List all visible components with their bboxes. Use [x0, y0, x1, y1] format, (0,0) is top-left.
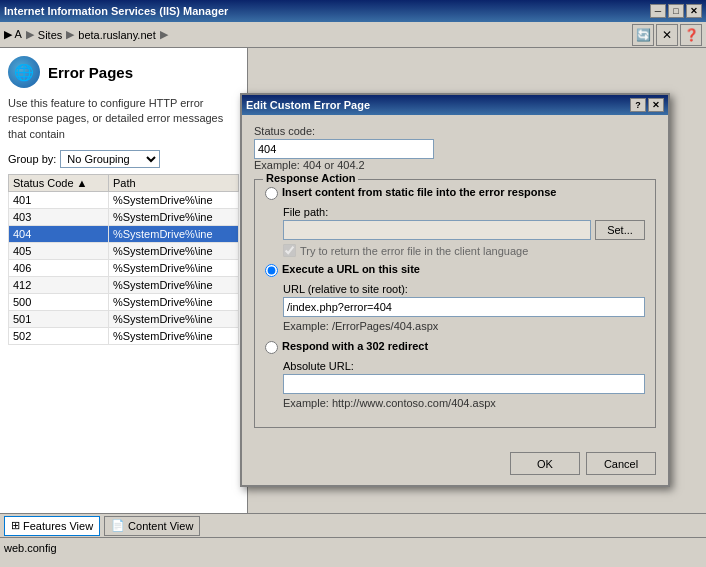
status-code-example: Example: 404 or 404.2 — [254, 159, 656, 171]
url-fields: URL (relative to site root): Example: /E… — [265, 283, 645, 332]
features-view-label: Features View — [23, 520, 93, 532]
stop-icon[interactable]: ✕ — [656, 24, 678, 46]
url-example: Example: /ErrorPages/404.aspx — [283, 320, 645, 332]
address-icons: 🔄 ✕ ❓ — [632, 24, 702, 46]
main-content: 🌐 Error Pages Use this feature to config… — [0, 48, 706, 513]
dialog[interactable]: Edit Custom Error Page ? ✕ Status code: … — [240, 93, 670, 487]
content-view-icon: 📄 — [111, 519, 125, 532]
absolute-url-label: Absolute URL: — [283, 360, 645, 372]
col-status-code[interactable]: Status Code ▲ — [9, 175, 109, 192]
path-cell: %SystemDrive%\ine — [108, 243, 238, 260]
radio-redirect-label: Respond with a 302 redirect — [282, 340, 428, 352]
status-code-cell: 502 — [9, 328, 109, 345]
try-return-label: Try to return the error file in the clie… — [300, 245, 528, 257]
try-return-checkbox[interactable] — [283, 244, 296, 257]
dialog-title: Edit Custom Error Page — [246, 99, 630, 111]
path-cell: %SystemDrive%\ine — [108, 328, 238, 345]
radio-execute-url-label: Execute a URL on this site — [282, 263, 420, 275]
path-cell: %SystemDrive%\ine — [108, 209, 238, 226]
status-code-cell: 412 — [9, 277, 109, 294]
static-file-fields: File path: Set... — [265, 206, 645, 240]
breadcrumb-home[interactable]: ▶ A — [4, 28, 22, 41]
dialog-help-button[interactable]: ? — [630, 98, 646, 112]
table-row[interactable]: 405%SystemDrive%\ine — [9, 243, 239, 260]
status-code-cell: 401 — [9, 192, 109, 209]
status-code-cell: 403 — [9, 209, 109, 226]
table-row[interactable]: 501%SystemDrive%\ine — [9, 311, 239, 328]
response-action-group: Response Action Insert content from stat… — [254, 179, 656, 428]
path-cell: %SystemDrive%\ine — [108, 192, 238, 209]
group-by-select[interactable]: No Grouping — [60, 150, 160, 168]
panel-header: 🌐 Error Pages — [8, 56, 239, 88]
radio-static-file-label: Insert content from static file into the… — [282, 186, 556, 198]
minimize-button[interactable]: ─ — [650, 4, 666, 18]
dialog-titlebar: Edit Custom Error Page ? ✕ — [242, 95, 668, 115]
title-bar-text: Internet Information Services (IIS) Mana… — [4, 5, 650, 17]
status-code-input[interactable] — [254, 139, 434, 159]
cancel-button[interactable]: Cancel — [586, 452, 656, 475]
redirect-example: Example: http://www.contoso.com/404.aspx — [283, 397, 645, 409]
content-view-button[interactable]: 📄 Content View — [104, 516, 200, 536]
col-path[interactable]: Path — [108, 175, 238, 192]
status-code-label: Status code: — [254, 125, 656, 137]
dialog-body: Status code: Example: 404 or 404.2 Respo… — [242, 115, 668, 446]
path-cell: %SystemDrive%\ine — [108, 294, 238, 311]
help-icon[interactable]: ❓ — [680, 24, 702, 46]
breadcrumb-sites[interactable]: Sites — [38, 29, 62, 41]
breadcrumb-site[interactable]: beta.ruslany.net — [78, 29, 155, 41]
url-input[interactable] — [283, 297, 645, 317]
status-code-cell: 501 — [9, 311, 109, 328]
status-code-cell: 405 — [9, 243, 109, 260]
table-row[interactable]: 412%SystemDrive%\ine — [9, 277, 239, 294]
error-table: Status Code ▲ Path 401%SystemDrive%\ine4… — [8, 174, 239, 345]
status-bar: web.config — [0, 537, 706, 557]
maximize-button[interactable]: □ — [668, 4, 684, 18]
close-button[interactable]: ✕ — [686, 4, 702, 18]
features-view-icon: ⊞ — [11, 519, 20, 532]
group-by-label: Group by: — [8, 153, 56, 165]
content-view-label: Content View — [128, 520, 193, 532]
path-cell: %SystemDrive%\ine — [108, 260, 238, 277]
table-row[interactable]: 401%SystemDrive%\ine — [9, 192, 239, 209]
radio-option-1: Insert content from static file into the… — [265, 186, 645, 200]
ok-button[interactable]: OK — [510, 452, 580, 475]
radio-redirect[interactable] — [265, 341, 278, 354]
panel-description: Use this feature to configure HTTP error… — [8, 96, 239, 142]
absolute-url-input[interactable] — [283, 374, 645, 394]
bottom-bar: ⊞ Features View 📄 Content View — [0, 513, 706, 537]
checkbox-row: Try to return the error file in the clie… — [265, 244, 645, 257]
panel-title: Error Pages — [48, 64, 133, 81]
left-panel: 🌐 Error Pages Use this feature to config… — [0, 48, 248, 513]
path-cell: %SystemDrive%\ine — [108, 226, 238, 243]
title-bar-buttons: ─ □ ✕ — [650, 4, 702, 18]
table-row[interactable]: 404%SystemDrive%\ine — [9, 226, 239, 243]
file-path-label: File path: — [283, 206, 645, 218]
path-cell: %SystemDrive%\ine — [108, 311, 238, 328]
dialog-title-buttons: ? ✕ — [630, 98, 664, 112]
group-by-row: Group by: No Grouping — [8, 150, 239, 168]
path-cell: %SystemDrive%\ine — [108, 277, 238, 294]
table-row[interactable]: 406%SystemDrive%\ine — [9, 260, 239, 277]
set-button[interactable]: Set... — [595, 220, 645, 240]
status-code-cell: 404 — [9, 226, 109, 243]
status-code-cell: 500 — [9, 294, 109, 311]
address-bar: ▶ A ▶ Sites ▶ beta.ruslany.net ▶ 🔄 ✕ ❓ — [0, 22, 706, 48]
table-row[interactable]: 502%SystemDrive%\ine — [9, 328, 239, 345]
redirect-fields: Absolute URL: Example: http://www.contos… — [265, 360, 645, 409]
file-path-row: Set... — [283, 220, 645, 240]
dialog-close-button[interactable]: ✕ — [648, 98, 664, 112]
response-action-title: Response Action — [263, 172, 358, 184]
status-text: web.config — [4, 542, 57, 554]
table-row[interactable]: 500%SystemDrive%\ine — [9, 294, 239, 311]
title-bar: Internet Information Services (IIS) Mana… — [0, 0, 706, 22]
refresh-icon[interactable]: 🔄 — [632, 24, 654, 46]
features-view-button[interactable]: ⊞ Features View — [4, 516, 100, 536]
breadcrumb: ▶ A ▶ Sites ▶ beta.ruslany.net ▶ — [4, 28, 170, 41]
radio-static-file[interactable] — [265, 187, 278, 200]
panel-icon: 🌐 — [8, 56, 40, 88]
dialog-footer: OK Cancel — [242, 446, 668, 485]
url-label: URL (relative to site root): — [283, 283, 645, 295]
file-path-input[interactable] — [283, 220, 591, 240]
table-row[interactable]: 403%SystemDrive%\ine — [9, 209, 239, 226]
radio-execute-url[interactable] — [265, 264, 278, 277]
